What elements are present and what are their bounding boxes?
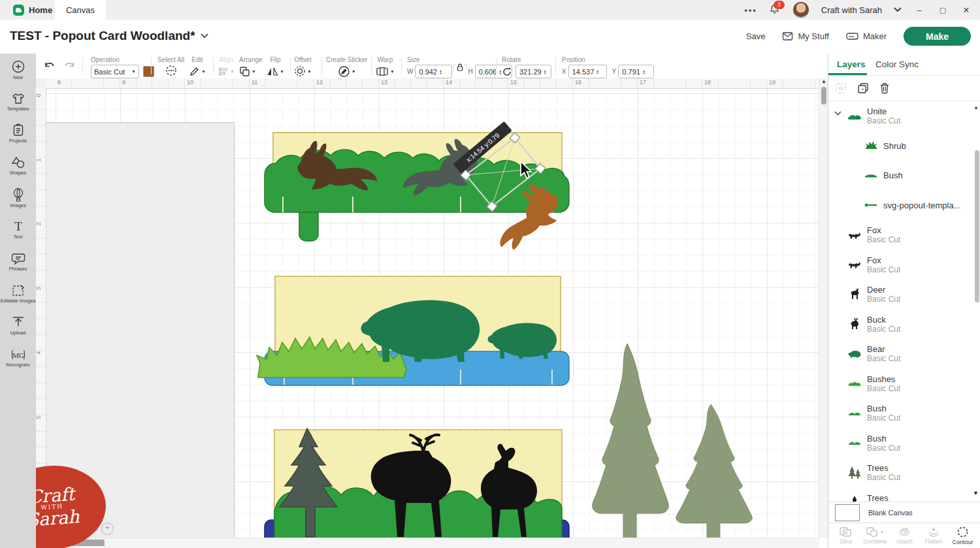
canvas-color-swatch[interactable] <box>835 504 860 521</box>
layer-row-unite[interactable]: UniteBasic Cut <box>828 101 975 131</box>
svg-text:MG: MG <box>12 351 24 359</box>
trash-icon[interactable] <box>879 82 890 94</box>
select-similar-icon[interactable] <box>835 82 847 94</box>
avatar[interactable] <box>792 1 809 18</box>
h-ruler-number: 18 <box>704 79 711 86</box>
sidebar-item-monogram[interactable]: MGMonogram <box>0 342 36 374</box>
monogram-icon: MG <box>10 348 26 361</box>
scroll-up-arrow[interactable]: ▲ <box>819 78 828 84</box>
project-title[interactable]: TEST - Popout Card Woodland* <box>10 29 208 43</box>
collapse-chevron-icon[interactable] <box>834 111 841 116</box>
canvas-vertical-scrollbar[interactable]: ▲ <box>819 78 828 538</box>
layer-row-shrub[interactable]: Shrub <box>828 131 975 161</box>
contour-button[interactable]: Contour <box>949 526 977 545</box>
attach-icon <box>898 526 911 538</box>
sidebar-item-templates[interactable]: Templates <box>0 86 36 118</box>
clipboard-icon <box>12 123 24 137</box>
layer-row-trees[interactable]: TreesBasic Cut <box>828 488 975 502</box>
tab-home[interactable]: Home <box>7 0 59 20</box>
account-name[interactable]: Craft with Sarah <box>821 5 882 15</box>
select-all-button[interactable]: Select All <box>157 56 184 76</box>
width-input[interactable]: 0.942 ▲▼ <box>415 65 452 78</box>
list-scroll-up-arrow[interactable]: ▲ <box>973 105 979 110</box>
sidebar-item-phrases[interactable]: Phrases <box>0 246 36 278</box>
layer-list-scroll-thumb[interactable] <box>975 150 979 302</box>
combine-button[interactable]: ▼Combine <box>861 526 889 545</box>
sidebar-item-projects[interactable]: Projects <box>0 118 36 150</box>
slice-button[interactable]: Slice <box>832 526 859 545</box>
flip-button[interactable]: Flip ▼ <box>267 56 284 78</box>
tab-canvas[interactable]: Canvas <box>55 0 106 20</box>
save-button[interactable]: Save <box>746 31 766 41</box>
maximize-button[interactable]: ▢ <box>937 6 949 14</box>
position-x-input[interactable]: 14.537 ▲▼ <box>568 65 607 78</box>
layer-operation: Basic Cut <box>867 325 900 334</box>
flatten-button[interactable]: Flatten <box>920 526 947 545</box>
notifications-button[interactable]: 3 <box>769 4 781 16</box>
close-button[interactable]: ✕ <box>960 5 972 15</box>
layer-row-bear[interactable]: BearBasic Cut <box>828 339 975 369</box>
sidebar-item-images[interactable]: Images <box>0 182 36 214</box>
layer-row-fox[interactable]: FoxBasic Cut <box>828 220 975 250</box>
sidebar-item-label: Upload <box>10 330 26 336</box>
tab-color-sync[interactable]: Color Sync <box>875 59 919 69</box>
attach-button[interactable]: Attach <box>890 526 918 545</box>
layer-row-trees[interactable]: TreesBasic Cut <box>828 458 975 488</box>
color-swatch[interactable] <box>143 66 154 77</box>
create-sticker-button[interactable]: Create Sticker ▼ <box>326 56 367 78</box>
edit-button[interactable]: Edit ▼ <box>189 56 206 78</box>
left-sidebar: NewTemplatesProjectsShapesImagesTTextPhr… <box>0 54 36 548</box>
rotate-input[interactable]: 321.29 ▲▼ <box>515 65 551 78</box>
vertical-scroll-thumb[interactable] <box>821 87 826 105</box>
lock-icon[interactable] <box>453 63 467 72</box>
width-stepper[interactable]: ▲▼ <box>439 69 442 74</box>
rotate-stepper[interactable]: ▲▼ <box>544 69 547 74</box>
sidebar-item-label: Phrases <box>9 266 27 272</box>
tab-layers[interactable]: Layers <box>837 59 866 69</box>
layer-row-buck[interactable]: BuckBasic Cut <box>828 310 975 340</box>
position-y-input[interactable]: 0.791 ▲▼ <box>618 65 654 78</box>
minimize-button[interactable]: – <box>913 5 925 15</box>
align-button[interactable]: Align ▼ <box>218 56 235 78</box>
operation-select[interactable]: Basic Cut ▼ <box>91 65 139 78</box>
sage-tree-tall[interactable] <box>593 344 669 538</box>
arrange-button[interactable]: Arrange ▼ <box>239 56 263 78</box>
card-deer[interactable] <box>265 428 569 538</box>
layer-row-bush[interactable]: Bush <box>828 161 975 191</box>
zoom-in-button[interactable]: + <box>101 523 114 535</box>
list-scroll-down-arrow[interactable]: ▼ <box>973 490 979 496</box>
h-ruler-number: 17 <box>640 79 646 86</box>
redo-button[interactable] <box>63 60 76 71</box>
layer-row-svg-popout-templa-[interactable]: svg-popout-templa... <box>828 191 975 221</box>
position-y-stepper[interactable]: ▲▼ <box>642 69 645 74</box>
undo-button[interactable] <box>43 60 56 71</box>
sidebar-item-shapes[interactable]: Shapes <box>0 150 36 182</box>
sage-tree-short[interactable] <box>676 404 753 538</box>
warp-button[interactable]: Warp ▼ <box>376 56 395 78</box>
layer-row-fox[interactable]: FoxBasic Cut <box>828 250 975 280</box>
layer-thumbnail-bush-green <box>847 407 862 420</box>
card-hares[interactable] <box>265 133 569 255</box>
sidebar-item-new[interactable]: New <box>0 54 36 86</box>
offset-button[interactable]: Offset ▼ <box>294 56 312 78</box>
sidebar-item-text[interactable]: TText <box>0 214 36 246</box>
layer-name: Fox <box>867 255 900 265</box>
blank-canvas-row[interactable]: Blank Canvas <box>828 502 980 523</box>
layer-row-bushes[interactable]: BushesBasic Cut <box>828 369 975 399</box>
layer-thumbnail-bush-green <box>847 436 862 449</box>
sidebar-item-upload[interactable]: Upload <box>0 310 36 342</box>
overflow-menu-icon[interactable]: ••• <box>744 5 757 15</box>
layer-row-deer[interactable]: DeerBasic Cut <box>828 280 975 310</box>
machine-select-button[interactable]: Maker <box>846 31 887 41</box>
sidebar-item-editable-images[interactable]: Editable Images <box>0 278 36 310</box>
position-x-stepper[interactable]: ▲▼ <box>596 69 599 74</box>
canvas-horizontal-scrollbar[interactable]: ◀ <box>36 538 819 548</box>
card-bears[interactable] <box>257 276 569 385</box>
make-button[interactable]: Make <box>904 27 971 46</box>
my-stuff-button[interactable]: My Stuff <box>782 31 828 41</box>
layer-row-bush[interactable]: BushBasic Cut <box>828 398 975 428</box>
duplicate-icon[interactable] <box>857 82 869 94</box>
layer-row-bush[interactable]: BushBasic Cut <box>828 428 975 459</box>
chevron-down-icon[interactable] <box>894 7 902 12</box>
layer-operation: Basic Cut <box>867 443 900 453</box>
